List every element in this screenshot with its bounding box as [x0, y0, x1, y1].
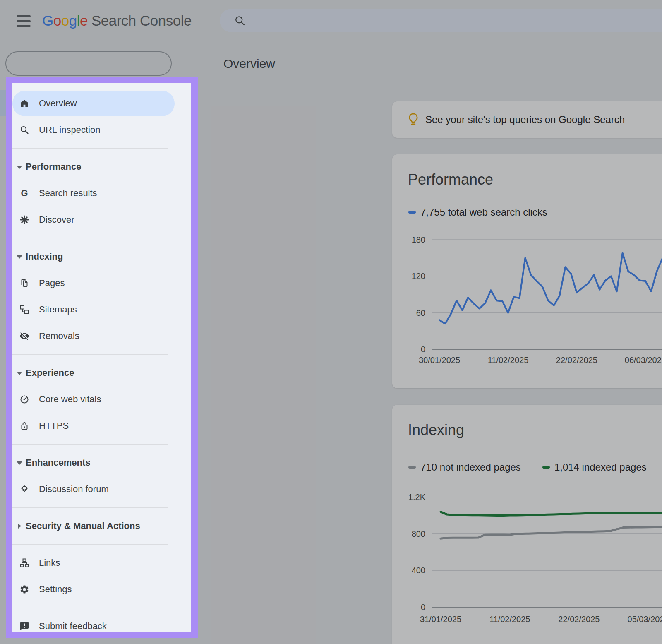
sidebar-item-label: Submit feedback	[39, 621, 107, 632]
sidebar-item-links[interactable]: Links	[12, 550, 191, 576]
sidebar-section-indexing[interactable]: Indexing	[12, 243, 191, 270]
sidebar-highlight-annotation: OverviewURL inspectionPerformanceGSearch…	[6, 77, 198, 638]
sidebar-divider	[12, 238, 168, 238]
sidebar-item-label: Indexing	[26, 251, 63, 262]
core-web-vitals-icon	[19, 394, 29, 404]
sidebar-item-label: Links	[39, 557, 60, 568]
sidebar-item-label: Security & Manual Actions	[26, 521, 140, 531]
search-icon	[19, 125, 29, 135]
sidebar-divider	[12, 148, 168, 149]
sidebar-divider	[12, 608, 168, 608]
sidebar-item-label: Core web vitals	[39, 394, 101, 405]
links-icon	[19, 558, 29, 568]
chevron-down-icon	[17, 460, 22, 466]
https-icon	[19, 421, 29, 431]
sidebar-section-performance[interactable]: Performance	[12, 154, 191, 180]
sidebar-item-label: Discussion forum	[39, 484, 109, 495]
home-icon	[19, 99, 29, 108]
sidebar-item-submit-feedback[interactable]: Submit feedback	[12, 613, 191, 638]
sidebar-item-search-results[interactable]: GSearch results	[12, 180, 191, 207]
sidebar-item-url-inspection[interactable]: URL inspection	[12, 117, 191, 143]
sidebar-item-label: Experience	[26, 368, 74, 378]
sidebar-divider	[12, 354, 168, 355]
discover-icon	[19, 215, 29, 225]
sidebar-item-core-web-vitals[interactable]: Core web vitals	[12, 386, 191, 413]
discussion-forum-icon	[19, 484, 29, 494]
sidebar-item-label: URL inspection	[39, 125, 100, 135]
chevron-down-icon	[17, 254, 22, 260]
sidebar-item-https[interactable]: HTTPS	[12, 413, 191, 439]
sidebar-item-label: HTTPS	[39, 421, 69, 431]
sidebar-item-discover[interactable]: Discover	[12, 207, 191, 233]
sidebar-divider	[12, 444, 168, 445]
removals-icon	[19, 331, 29, 341]
sidebar-navigation: OverviewURL inspectionPerformanceGSearch…	[12, 83, 191, 638]
sidebar-item-label: Overview	[39, 98, 77, 109]
sidebar-item-label: Performance	[26, 161, 82, 172]
sidebar-item-removals[interactable]: Removals	[12, 323, 191, 349]
sidebar-item-label: Removals	[39, 331, 79, 341]
sidebar-section-enhancements[interactable]: Enhancements	[12, 449, 191, 476]
pages-icon	[19, 278, 29, 288]
feedback-icon	[19, 621, 29, 631]
svg-text:G: G	[21, 188, 28, 198]
sitemaps-icon	[19, 305, 29, 315]
sidebar-divider	[12, 507, 168, 508]
settings-icon	[19, 584, 29, 594]
sidebar-item-label: Sitemaps	[39, 304, 77, 315]
sidebar-section-experience[interactable]: Experience	[12, 360, 191, 386]
sidebar-section-security-and-manual-actions[interactable]: Security & Manual Actions	[12, 513, 191, 539]
sidebar-item-label: Pages	[39, 278, 65, 288]
sidebar-item-discussion-forum[interactable]: Discussion forum	[12, 476, 191, 502]
chevron-down-icon	[17, 370, 22, 376]
sidebar-item-sitemaps[interactable]: Sitemaps	[12, 296, 191, 323]
sidebar-divider	[12, 544, 168, 545]
chevron-down-icon	[17, 164, 22, 170]
g-letter-icon: G	[19, 188, 29, 198]
sidebar-item-overview[interactable]: Overview	[12, 90, 191, 117]
sidebar-item-pages[interactable]: Pages	[12, 270, 191, 296]
sidebar-item-label: Settings	[39, 584, 72, 595]
sidebar-item-settings[interactable]: Settings	[12, 576, 191, 603]
sidebar-item-label: Discover	[39, 214, 74, 225]
sidebar-item-label: Enhancements	[26, 457, 91, 468]
sidebar-item-label: Search results	[39, 188, 97, 199]
chevron-right-icon	[17, 523, 22, 529]
